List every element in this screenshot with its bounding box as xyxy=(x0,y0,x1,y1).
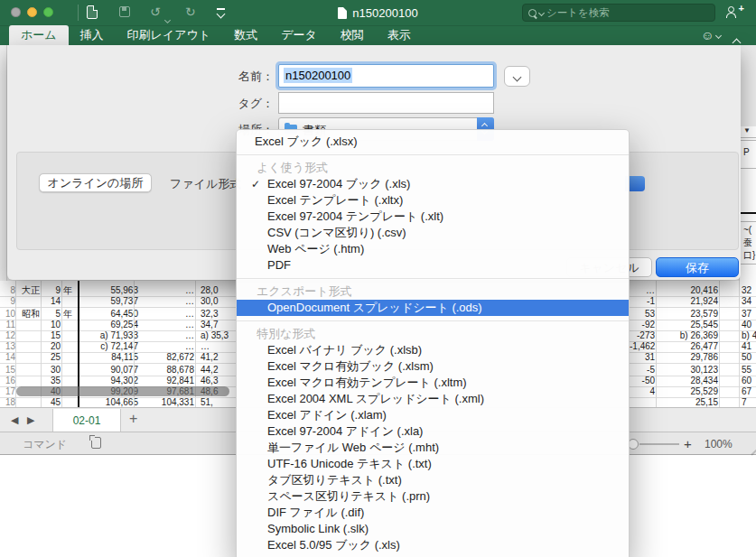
table-cell xyxy=(63,296,78,307)
table-cell: 41,2 xyxy=(201,352,236,363)
menu-item[interactable]: Symbolic Link (.slk) xyxy=(237,521,629,537)
table-cell: 41 xyxy=(742,341,756,352)
menu-item[interactable]: Excel ブック (.xlsx) xyxy=(237,134,629,150)
menu-item[interactable]: Excel マクロ有効テンプレート (.xltm) xyxy=(237,375,629,391)
sheet-tab-02-01[interactable]: 02-01 xyxy=(52,409,121,432)
table-cell: 30,123 xyxy=(658,365,718,376)
menu-group-header: エクスポート形式 xyxy=(237,283,629,300)
table-cell: 53 xyxy=(630,309,655,320)
table-cell: 82,672 xyxy=(135,352,194,363)
table-cell: 92,841 xyxy=(135,376,194,386)
tab-印刷レイアウト[interactable]: 印刷レイアウト xyxy=(116,25,223,45)
table-cell: 28,434 xyxy=(658,376,718,386)
table-cell: 25 xyxy=(42,352,61,363)
table-cell: 4 xyxy=(630,386,655,397)
menu-item[interactable]: Excel 97-2004 テンプレート (.xlt) xyxy=(237,209,629,225)
table-cell xyxy=(18,330,43,341)
table-cell: … xyxy=(135,320,194,330)
zoom-level-label[interactable]: 100% xyxy=(705,438,733,450)
expand-dialog-button[interactable] xyxy=(504,66,530,87)
menu-item[interactable]: DIF ファイル (.dif) xyxy=(237,505,629,521)
tab-数式[interactable]: 数式 xyxy=(222,25,269,45)
table-cell: 94,302 xyxy=(79,376,138,386)
table-cell: 5 xyxy=(42,309,61,320)
menu-item[interactable]: Excel マクロ有効ブック (.xlsm) xyxy=(237,358,629,375)
table-cell: … xyxy=(630,285,655,296)
table-row: 142584,11582,67241,2 xyxy=(0,352,236,364)
table-cell: 12 xyxy=(0,330,15,341)
filename-input[interactable]: n150200100 xyxy=(278,64,494,88)
table-cell: 60 xyxy=(742,376,756,386)
table-cell: 32,3 xyxy=(201,309,236,320)
search-scope-chevron-icon[interactable] xyxy=(538,9,545,15)
zoom-in-button[interactable]: + xyxy=(684,436,692,451)
menu-separator xyxy=(237,274,629,283)
menu-item[interactable]: タブ区切りテキスト (.txt) xyxy=(237,472,629,488)
table-cell xyxy=(63,397,78,407)
previous-sheet-button[interactable]: ◀ xyxy=(11,414,18,426)
table-cell: … xyxy=(201,341,236,352)
menu-item[interactable]: Excel アドイン (.xlam) xyxy=(237,407,629,423)
menu-item[interactable]: Excel 97-2004 アドイン (.xla) xyxy=(237,423,629,440)
table-cell: 16 xyxy=(0,376,15,386)
menu-item[interactable]: OpenDocument スプレッドシート (.ods) xyxy=(237,300,629,316)
menu-item[interactable]: UTF-16 Unicode テキスト (.txt) xyxy=(237,456,629,472)
table-cell: 34,7 xyxy=(201,320,236,330)
menu-item[interactable]: PDF xyxy=(237,257,629,274)
menu-item[interactable]: スペース区切りテキスト (.prn) xyxy=(237,488,629,505)
tab-挿入[interactable]: 挿入 xyxy=(69,25,116,45)
tab-ホーム[interactable]: ホーム xyxy=(9,25,69,45)
table-cell xyxy=(63,352,78,363)
next-sheet-button[interactable]: ▶ xyxy=(27,414,34,426)
menu-item[interactable]: ✓Excel 97-2004 ブック (.xls) xyxy=(237,176,629,192)
gridline xyxy=(740,264,756,265)
table-cell: -1,462 xyxy=(630,341,655,352)
online-locations-button[interactable]: オンラインの場所 xyxy=(39,173,152,192)
table-cell: … xyxy=(135,341,194,352)
save-button[interactable]: 保存 xyxy=(656,257,739,277)
table-cell: 55,963 xyxy=(79,285,138,296)
table-cell: … xyxy=(135,330,194,341)
menu-item[interactable]: Excel バイナリ ブック (.xlsb) xyxy=(237,342,629,358)
table-cell xyxy=(63,365,78,376)
table-cell xyxy=(18,320,43,330)
gridline xyxy=(740,137,756,138)
menu-item[interactable]: Excel 2004 XML スプレッドシート (.xml) xyxy=(237,391,629,407)
cell-fragment: P xyxy=(743,147,750,157)
tab-表示[interactable]: 表示 xyxy=(376,25,423,45)
table-cell: 69,254 xyxy=(79,320,138,330)
table-cell: 67 xyxy=(742,386,756,397)
menu-item[interactable]: Excel テンプレート (.xltx) xyxy=(237,192,629,209)
tab-校閲[interactable]: 校閲 xyxy=(329,25,376,45)
menu-separator xyxy=(237,150,629,160)
zoom-slider-track[interactable] xyxy=(639,443,679,445)
table-cell: 20,416 xyxy=(658,285,718,296)
table-row: 1845104,665104,33151, xyxy=(0,397,236,407)
table-cell: 年 xyxy=(63,309,78,320)
table-cell: 40 xyxy=(742,320,756,330)
document-icon xyxy=(338,7,347,19)
table-cell xyxy=(63,376,78,386)
table-cell: 25,545 xyxy=(658,320,718,330)
add-sheet-button[interactable]: + xyxy=(129,411,137,427)
feedback-smiley-icon[interactable]: ☺ xyxy=(701,28,721,42)
menu-item[interactable]: Excel 5.0/95 ブック (.xls) xyxy=(237,537,629,553)
search-input[interactable]: シートを検索 xyxy=(522,4,715,22)
ribbon-tabs: ホーム挿入印刷レイアウト数式データ校閲表示 xyxy=(9,25,423,45)
menu-item[interactable]: CSV (コンマ区切り) (.csv) xyxy=(237,225,629,241)
table-cell: -273 xyxy=(630,330,655,341)
menu-item[interactable]: 単一ファイル Web ページ (.mht) xyxy=(237,440,629,456)
table-cell: 30,0 xyxy=(201,296,236,307)
worksheet-grid-right[interactable]: …20,41632-121,924345323,57937-9225,54540… xyxy=(630,281,756,407)
horizontal-scrollbar-thumb[interactable] xyxy=(16,386,229,396)
add-person-icon[interactable]: + xyxy=(726,5,744,20)
menu-item[interactable]: Web ページ (.htm) xyxy=(237,241,629,257)
table-border xyxy=(740,212,756,214)
tags-input[interactable] xyxy=(278,92,494,114)
gridline xyxy=(719,281,720,407)
tab-データ[interactable]: データ xyxy=(269,25,329,45)
table-cell: b) 43 xyxy=(742,330,756,341)
table-cell: 29,786 xyxy=(658,352,718,363)
table-cell: 8 xyxy=(0,285,15,296)
table-cell: a) 35,3 xyxy=(201,330,236,341)
